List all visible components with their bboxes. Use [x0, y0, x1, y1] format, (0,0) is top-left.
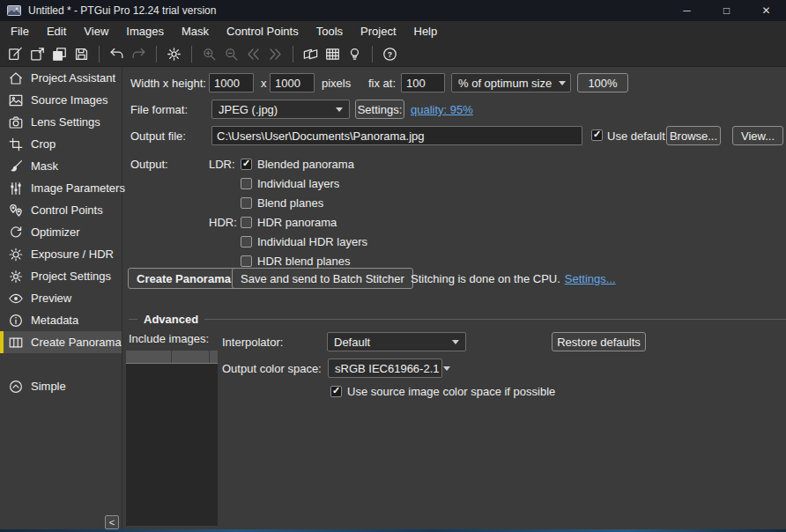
checkbox-blend-planes[interactable]	[241, 197, 252, 209]
file-format-select[interactable]: JPEG (.jpg)	[211, 100, 350, 119]
menu-images[interactable]: Images	[117, 21, 173, 42]
zoom-in-icon	[201, 46, 218, 63]
window-title: Untitled * - PTGui Pro 12.24 trial versi…	[28, 4, 216, 17]
menu-project[interactable]: Project	[352, 21, 404, 42]
sidebar-item-metadata[interactable]: Metadata	[0, 309, 122, 331]
toolbar-redo-button	[128, 44, 150, 65]
help-icon: ?	[382, 46, 398, 63]
menu-edit[interactable]: Edit	[38, 21, 75, 42]
menu-file[interactable]: File	[2, 21, 38, 42]
toolbar-open-project-button[interactable]	[26, 44, 48, 65]
toolbar-detail-viewer-button[interactable]	[322, 44, 344, 65]
format-settings-button[interactable]: Settings:	[355, 100, 404, 119]
checkbox-hdr-blend-planes[interactable]	[241, 255, 252, 267]
sidebar-item-simple[interactable]: Simple	[0, 375, 122, 397]
checkbox-individual-layers[interactable]	[241, 178, 252, 189]
sidebar-item-label: Optimizer	[31, 225, 80, 239]
sidebar-items: Project AssistantSource ImagesLens Setti…	[0, 67, 122, 353]
batch-stitcher-button[interactable]: Save and send to Batch Stitcher	[232, 268, 413, 289]
checkbox-label: HDR blend planes	[257, 255, 351, 268]
info-icon	[8, 313, 24, 329]
toolbar-panorama-editor-button[interactable]	[300, 44, 322, 65]
sidebar-item-project-assistant[interactable]: Project Assistant	[0, 67, 122, 89]
new-project-icon	[7, 46, 24, 63]
toolbar-duplicate-button[interactable]	[48, 44, 70, 65]
app-icon	[7, 4, 21, 18]
light-bulb-icon	[346, 46, 363, 63]
include-images-table-body[interactable]	[126, 364, 218, 526]
panorama-editor-icon	[302, 46, 319, 63]
menu-view[interactable]: View	[75, 21, 117, 42]
toolbar-new-project-button[interactable]	[4, 44, 26, 65]
sidebar-item-exposure-hdr[interactable]: Exposure / HDR	[0, 243, 122, 265]
size-unit-select[interactable]: % of optimum size	[451, 73, 571, 92]
size-unit-value: % of optimum size	[458, 77, 552, 90]
interpolator-value: Default	[334, 336, 370, 349]
chevron-down-icon	[559, 81, 566, 85]
sidebar-item-source-images[interactable]: Source Images	[0, 89, 122, 111]
sun-icon	[8, 247, 24, 262]
output-path-input[interactable]	[211, 126, 582, 145]
quality-link[interactable]: quality: 95%	[411, 103, 473, 116]
sidebar-item-lens-settings[interactable]: Lens Settings	[0, 111, 122, 133]
sidebar-item-optimizer[interactable]: Optimizer	[0, 221, 122, 243]
view-button[interactable]: View...	[732, 126, 783, 145]
browse-button[interactable]: Browse...	[666, 126, 721, 145]
include-images-label: Include images:	[129, 332, 209, 345]
include-images-table[interactable]	[126, 351, 218, 526]
toolbar-save-button[interactable]	[70, 44, 93, 65]
output-label: Output:	[130, 158, 168, 171]
toolbar-undo-button[interactable]	[106, 44, 128, 65]
sidebar-item-image-parameters[interactable]: Image Parameters	[0, 177, 122, 199]
create-panorama-button[interactable]: Create Panorama	[128, 268, 240, 289]
toolbar-prev-image-button	[242, 44, 264, 65]
toolbar-light-bulb-button[interactable]	[344, 44, 366, 65]
detail-viewer-icon	[324, 46, 341, 63]
checkbox-label: Blend planes	[257, 196, 323, 210]
sidebar-collapse-button[interactable]: <	[105, 515, 119, 529]
sliders-icon	[8, 181, 24, 196]
panorama-icon	[8, 335, 24, 351]
sidebar-item-project-settings[interactable]: Project Settings	[0, 265, 122, 287]
minimize-button[interactable]: ─	[667, 0, 707, 21]
cpu-settings-link[interactable]: Settings...	[565, 272, 616, 285]
sidebar-item-label: Lens Settings	[31, 115, 100, 129]
output-option-row: Individual HDR layers	[209, 232, 367, 251]
optimum-size-button[interactable]: 100%	[577, 73, 628, 92]
sidebar-item-create-panorama[interactable]: Create Panorama	[0, 331, 122, 353]
use-default-checkbox[interactable]	[591, 129, 603, 141]
height-input[interactable]	[270, 73, 315, 92]
menu-tools[interactable]: Tools	[308, 21, 352, 42]
use-source-color-checkbox[interactable]	[330, 386, 342, 397]
toolbar-help-button[interactable]: ?	[379, 44, 401, 65]
sidebar-item-preview[interactable]: Preview	[0, 287, 122, 309]
checkbox-label: Individual HDR layers	[257, 235, 367, 248]
restore-defaults-button[interactable]: Restore defaults	[552, 332, 646, 351]
width-input[interactable]	[209, 73, 254, 92]
output-group-label: HDR:	[209, 216, 237, 229]
sidebar-item-label: Source Images	[31, 93, 108, 107]
sidebar-item-label: Project Settings	[31, 270, 111, 283]
close-button[interactable]: ✕	[746, 0, 786, 21]
toolbar-separator	[191, 46, 192, 63]
checkbox-hdr-panorama[interactable]	[241, 217, 252, 228]
toolbar-settings-gear-button[interactable]	[163, 44, 185, 65]
fix-at-input[interactable]	[401, 73, 445, 92]
sidebar-item-crop[interactable]: Crop	[0, 133, 122, 155]
toolbar-zoom-in-button	[198, 44, 220, 65]
checkbox-individual-hdr-layers[interactable]	[241, 236, 252, 248]
sidebar-item-control-points[interactable]: Control Points	[0, 199, 122, 221]
menu-help[interactable]: Help	[405, 21, 447, 42]
checkbox-blended-panorama[interactable]	[241, 159, 252, 170]
color-space-select[interactable]: sRGB IEC61966-2.1	[328, 358, 442, 378]
maximize-button[interactable]: □	[707, 0, 746, 21]
toolbar-separator	[372, 46, 373, 63]
sidebar-item-mask[interactable]: Mask	[0, 155, 122, 177]
output-option-row: LDR:Blended panorama	[209, 154, 367, 174]
interpolator-select[interactable]: Default	[327, 332, 466, 351]
svg-text:?: ?	[388, 50, 392, 59]
output-group-label: LDR:	[209, 158, 237, 171]
menu-mask[interactable]: Mask	[173, 21, 218, 42]
advanced-title: Advanced	[144, 313, 198, 326]
menu-control-points[interactable]: Control Points	[218, 21, 308, 42]
